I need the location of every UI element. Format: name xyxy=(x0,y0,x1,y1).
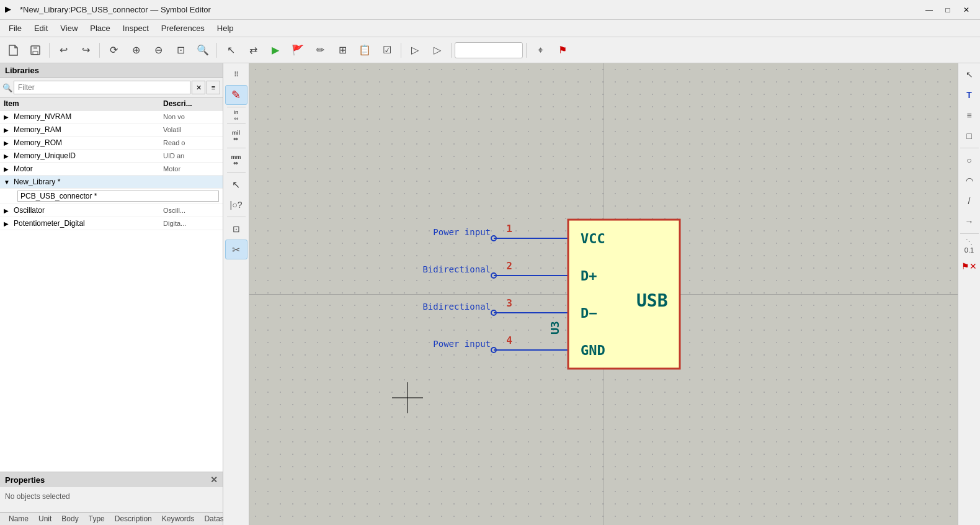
dminus-net-label: D− xyxy=(581,305,597,321)
tool-sep-3 xyxy=(227,148,246,148)
toolbar-sep-2 xyxy=(99,43,100,58)
pin-tool-button[interactable]: |○? xyxy=(225,195,247,215)
dplus-net-label: D+ xyxy=(581,268,597,284)
menu-file[interactable]: File xyxy=(2,22,28,35)
library-list[interactable]: Item Descri... ▶ Memory_NVRAM Non vo ▶ M… xyxy=(0,97,223,472)
crosshair-vertical xyxy=(408,382,408,413)
minimize-button[interactable]: — xyxy=(920,3,938,17)
window-controls: — □ ✕ xyxy=(920,3,975,17)
filter-bar: 🔍 ✕ ≡ xyxy=(0,78,223,97)
crosshair xyxy=(392,382,423,413)
zoom-area-button[interactable]: 🔍 xyxy=(192,40,213,60)
refresh-button[interactable]: ⟳ xyxy=(103,40,124,60)
drc-right-button[interactable]: ⚑✕ xyxy=(958,256,981,276)
app-icon: ▶ xyxy=(5,4,16,16)
menu-inspect[interactable]: Inspect xyxy=(117,22,155,35)
col-body: Body xyxy=(56,514,83,523)
lib-item-desc: Non vo xyxy=(163,113,219,120)
list-item[interactable]: ▶ Potentiometer_Digital Digita... xyxy=(0,217,223,230)
save-button[interactable] xyxy=(25,40,46,60)
snap-right-button[interactable]: ⋱0.1 xyxy=(958,236,981,256)
toolbar: ↩ ↪ ⟳ ⊕ ⊖ ⊡ 🔍 ↖ ⇄ ▶ 🚩 ✏ ⊞ 📋 ☑ ▷ ▷ ⌖ ⚑ xyxy=(0,37,980,63)
run-button[interactable]: ▶ xyxy=(265,40,286,60)
flag-button[interactable]: 🚩 xyxy=(287,40,308,60)
canvas-area[interactable]: Power input Bidirectional Bidirectional … xyxy=(249,63,958,525)
cursor-tool-button[interactable]: ↖ xyxy=(225,174,247,194)
list-item[interactable]: ▶ Memory_UniqueID UID an xyxy=(0,150,223,163)
properties-close-button[interactable]: ✕ xyxy=(210,475,218,485)
filter-input[interactable] xyxy=(14,81,190,94)
component-tool-button[interactable]: ⊡ xyxy=(225,219,247,239)
mil-tool-button[interactable]: mil⇔ xyxy=(225,126,247,146)
col-desc: Descri... xyxy=(163,99,219,108)
zoom-out-button[interactable]: ⊖ xyxy=(148,40,169,60)
rect-right-button[interactable]: □ xyxy=(958,126,981,146)
arrow-right-button[interactable]: → xyxy=(958,212,981,231)
menu-edit[interactable]: Edit xyxy=(28,22,54,35)
menu-help[interactable]: Help xyxy=(211,22,240,35)
export-button[interactable]: 📋 xyxy=(354,40,375,60)
menu-place[interactable]: Place xyxy=(84,22,117,35)
toolbar-sep-4 xyxy=(401,43,401,58)
lib-item-name: Memory_UniqueID xyxy=(14,151,163,160)
unit-dropdown[interactable] xyxy=(455,42,523,58)
right-sep xyxy=(960,148,979,148)
pin1-number: 1 xyxy=(506,223,512,235)
toolbar-sep-3 xyxy=(216,43,217,58)
line-right-button[interactable]: / xyxy=(958,191,981,211)
list-item[interactable]: ▶ Memory_NVRAM Non vo xyxy=(0,110,223,123)
drc-button[interactable]: ⚑ xyxy=(552,40,573,60)
edit-tool-button[interactable]: ✎ xyxy=(225,85,247,105)
redo-button[interactable]: ↪ xyxy=(75,40,96,60)
mm-tool-button[interactable]: mm⇔ xyxy=(225,150,247,170)
list-item[interactable] xyxy=(0,189,223,204)
move-button[interactable]: ↖ xyxy=(220,40,241,60)
tool-sep-4 xyxy=(227,172,246,173)
undo-button[interactable]: ↩ xyxy=(53,40,74,60)
main-area: Libraries 🔍 ✕ ≡ Item Descri... ▶ Memory_… xyxy=(0,63,980,525)
zoom-fit-button[interactable]: ⊡ xyxy=(170,40,191,60)
properties-title: Properties xyxy=(5,475,45,485)
tool-sep-2 xyxy=(227,123,246,124)
cursor-right-button[interactable]: ↖ xyxy=(958,65,981,84)
grid-tool-button[interactable]: ⠿ xyxy=(225,65,247,84)
text-right-button[interactable]: T xyxy=(958,85,981,105)
delete-tool-button[interactable]: ✂ xyxy=(225,240,247,259)
check-button[interactable]: ☑ xyxy=(376,40,398,60)
list-item[interactable]: ▼ New_Library * xyxy=(0,176,223,189)
col-type: Type xyxy=(84,514,110,523)
pin1-type-label: Power input xyxy=(433,227,491,237)
list-item[interactable]: ▶ Motor Motor xyxy=(0,163,223,176)
col-unit: Unit xyxy=(33,514,56,523)
maximize-button[interactable]: □ xyxy=(939,3,956,17)
tool-sep-5 xyxy=(227,217,246,217)
net-button[interactable]: ⌖ xyxy=(530,40,551,60)
new-file-button[interactable] xyxy=(2,40,24,60)
close-button[interactable]: ✕ xyxy=(958,3,975,17)
window-title: *New_Library:PCB_USB_connector — Symbol … xyxy=(20,5,920,14)
expand-icon: ▶ xyxy=(4,114,11,120)
svg-rect-1 xyxy=(33,46,37,49)
menu-view[interactable]: View xyxy=(54,22,84,35)
gate-a-button[interactable]: ▷ xyxy=(404,40,425,60)
list-item[interactable]: ▶ Memory_ROM Read o xyxy=(0,137,223,150)
list-item[interactable]: ▶ Memory_RAM Volatil xyxy=(0,123,223,137)
toolbar-sep-5 xyxy=(451,43,452,58)
circle-right-button[interactable]: ○ xyxy=(958,150,981,170)
lib-child-edit-input[interactable] xyxy=(17,191,219,202)
lib-item-desc: Oscill... xyxy=(163,207,219,214)
grid-button[interactable]: ⊞ xyxy=(332,40,353,60)
mirror-button[interactable]: ⇄ xyxy=(243,40,264,60)
menu-preferences[interactable]: Preferences xyxy=(155,22,211,35)
properties-right-button[interactable]: ≡ xyxy=(958,105,981,125)
gate-b-button[interactable]: ▷ xyxy=(427,40,448,60)
arc-right-button[interactable]: ◠ xyxy=(958,171,981,191)
zoom-in-button[interactable]: ⊕ xyxy=(125,40,146,60)
list-item[interactable]: ▶ Oscillator Oscill... xyxy=(0,204,223,217)
edit-button[interactable]: ✏ xyxy=(310,40,331,60)
clear-filter-button[interactable]: ✕ xyxy=(192,81,205,94)
symbol-svg: Power input Bidirectional Bidirectional … xyxy=(432,170,804,418)
titlebar: ▶ *New_Library:PCB_USB_connector — Symbo… xyxy=(0,0,980,20)
lib-item-desc: UID an xyxy=(163,152,219,159)
filter-options-button[interactable]: ≡ xyxy=(207,81,220,94)
